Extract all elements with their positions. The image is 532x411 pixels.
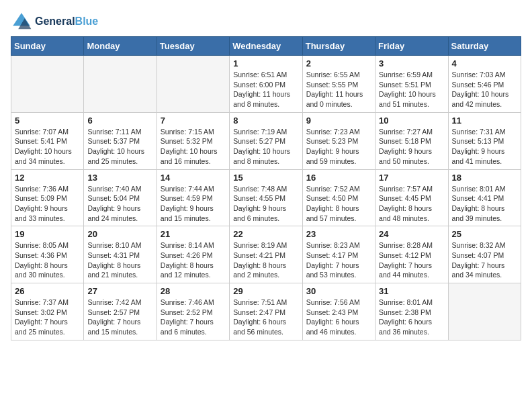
calendar-cell: 10Sunrise: 7:27 AMSunset: 5:18 PMDayligh… [375,112,448,169]
day-number: 15 [233,173,298,183]
day-number: 30 [306,286,371,296]
day-info: Sunrise: 8:28 AMSunset: 4:12 PMDaylight:… [379,240,444,280]
day-info: Sunrise: 8:01 AMSunset: 2:38 PMDaylight:… [379,298,444,337]
day-info: Sunrise: 7:07 AMSunset: 5:41 PMDaylight:… [15,127,80,167]
calendar-cell: 27Sunrise: 7:42 AMSunset: 2:57 PMDayligh… [84,283,157,340]
day-number: 2 [306,58,371,68]
day-info: Sunrise: 7:42 AMSunset: 2:57 PMDaylight:… [87,298,152,337]
calendar-cell: 24Sunrise: 8:28 AMSunset: 4:12 PMDayligh… [375,226,448,283]
calendar: SundayMondayTuesdayWednesdayThursdayFrid… [11,36,521,340]
day-info: Sunrise: 7:03 AMSunset: 5:46 PMDaylight:… [452,70,517,109]
week-row-3: 12Sunrise: 7:36 AMSunset: 5:09 PMDayligh… [11,169,521,226]
day-info: Sunrise: 8:23 AMSunset: 4:17 PMDaylight:… [306,240,371,280]
day-info: Sunrise: 7:36 AMSunset: 5:09 PMDaylight:… [15,184,80,224]
calendar-cell: 26Sunrise: 7:37 AMSunset: 3:02 PMDayligh… [11,283,84,340]
calendar-cell: 1Sunrise: 6:51 AMSunset: 6:00 PMDaylight… [230,56,302,113]
day-info: Sunrise: 8:01 AMSunset: 4:41 PMDaylight:… [452,184,517,224]
calendar-cell [157,56,229,113]
day-number: 31 [379,286,444,296]
day-info: Sunrise: 7:44 AMSunset: 4:59 PMDaylight:… [161,184,226,224]
weekday-header-saturday: Saturday [448,37,521,56]
calendar-cell: 19Sunrise: 8:05 AMSunset: 4:36 PMDayligh… [11,226,84,283]
day-info: Sunrise: 7:11 AMSunset: 5:37 PMDaylight:… [87,127,152,167]
day-info: Sunrise: 7:40 AMSunset: 5:04 PMDaylight:… [87,184,152,224]
day-number: 25 [452,229,517,239]
day-number: 22 [233,229,298,239]
logo-icon [11,11,32,32]
day-number: 17 [379,173,444,183]
day-number: 1 [233,58,298,68]
weekday-header-sunday: Sunday [11,37,84,56]
calendar-cell: 11Sunrise: 7:31 AMSunset: 5:13 PMDayligh… [448,112,521,169]
day-info: Sunrise: 7:23 AMSunset: 5:23 PMDaylight:… [306,127,371,167]
calendar-cell: 22Sunrise: 8:19 AMSunset: 4:21 PMDayligh… [230,226,302,283]
day-info: Sunrise: 8:10 AMSunset: 4:31 PMDaylight:… [87,240,152,280]
day-info: Sunrise: 6:51 AMSunset: 6:00 PMDaylight:… [233,70,298,109]
day-info: Sunrise: 7:52 AMSunset: 4:50 PMDaylight:… [306,184,371,224]
calendar-cell: 20Sunrise: 8:10 AMSunset: 4:31 PMDayligh… [84,226,157,283]
day-info: Sunrise: 7:27 AMSunset: 5:18 PMDaylight:… [379,127,444,167]
day-info: Sunrise: 7:57 AMSunset: 4:45 PMDaylight:… [379,184,444,224]
calendar-cell: 3Sunrise: 6:59 AMSunset: 5:51 PMDaylight… [375,56,448,113]
calendar-cell: 5Sunrise: 7:07 AMSunset: 5:41 PMDaylight… [11,112,84,169]
day-number: 18 [452,173,517,183]
calendar-cell: 30Sunrise: 7:56 AMSunset: 2:43 PMDayligh… [302,283,375,340]
day-number: 19 [15,229,80,239]
day-info: Sunrise: 7:37 AMSunset: 3:02 PMDaylight:… [15,298,80,337]
weekday-header-monday: Monday [84,37,157,56]
day-info: Sunrise: 7:31 AMSunset: 5:13 PMDaylight:… [452,127,517,167]
calendar-cell: 9Sunrise: 7:23 AMSunset: 5:23 PMDaylight… [302,112,375,169]
page-header: GeneralBlue [11,11,521,32]
calendar-cell: 4Sunrise: 7:03 AMSunset: 5:46 PMDaylight… [448,56,521,113]
week-row-5: 26Sunrise: 7:37 AMSunset: 3:02 PMDayligh… [11,283,521,340]
day-number: 16 [306,173,371,183]
day-number: 27 [87,286,152,296]
day-number: 5 [15,116,80,126]
calendar-cell: 18Sunrise: 8:01 AMSunset: 4:41 PMDayligh… [448,169,521,226]
day-number: 14 [161,173,226,183]
calendar-cell: 2Sunrise: 6:55 AMSunset: 5:55 PMDaylight… [302,56,375,113]
calendar-cell: 31Sunrise: 8:01 AMSunset: 2:38 PMDayligh… [375,283,448,340]
calendar-cell: 7Sunrise: 7:15 AMSunset: 5:32 PMDaylight… [157,112,229,169]
calendar-cell: 8Sunrise: 7:19 AMSunset: 5:27 PMDaylight… [230,112,302,169]
calendar-cell: 13Sunrise: 7:40 AMSunset: 5:04 PMDayligh… [84,169,157,226]
day-info: Sunrise: 6:55 AMSunset: 5:55 PMDaylight:… [306,70,371,109]
day-number: 24 [379,229,444,239]
calendar-cell: 29Sunrise: 7:51 AMSunset: 2:47 PMDayligh… [230,283,302,340]
day-number: 28 [161,286,226,296]
day-number: 4 [452,58,517,68]
day-info: Sunrise: 7:19 AMSunset: 5:27 PMDaylight:… [233,127,298,167]
day-info: Sunrise: 8:32 AMSunset: 4:07 PMDaylight:… [452,240,517,280]
day-number: 9 [306,116,371,126]
day-number: 29 [233,286,298,296]
day-number: 26 [15,286,80,296]
day-info: Sunrise: 8:14 AMSunset: 4:26 PMDaylight:… [161,240,226,280]
week-row-1: 1Sunrise: 6:51 AMSunset: 6:00 PMDaylight… [11,56,521,113]
calendar-cell [84,56,157,113]
weekday-header-thursday: Thursday [302,37,375,56]
calendar-cell: 15Sunrise: 7:48 AMSunset: 4:55 PMDayligh… [230,169,302,226]
day-info: Sunrise: 6:59 AMSunset: 5:51 PMDaylight:… [379,70,444,109]
calendar-cell: 17Sunrise: 7:57 AMSunset: 4:45 PMDayligh… [375,169,448,226]
day-number: 6 [87,116,152,126]
calendar-cell: 28Sunrise: 7:46 AMSunset: 2:52 PMDayligh… [157,283,229,340]
calendar-cell: 21Sunrise: 8:14 AMSunset: 4:26 PMDayligh… [157,226,229,283]
calendar-cell: 16Sunrise: 7:52 AMSunset: 4:50 PMDayligh… [302,169,375,226]
day-info: Sunrise: 7:56 AMSunset: 2:43 PMDaylight:… [306,298,371,337]
day-info: Sunrise: 8:19 AMSunset: 4:21 PMDaylight:… [233,240,298,280]
weekday-header-tuesday: Tuesday [157,37,229,56]
calendar-cell: 25Sunrise: 8:32 AMSunset: 4:07 PMDayligh… [448,226,521,283]
day-info: Sunrise: 7:48 AMSunset: 4:55 PMDaylight:… [233,184,298,224]
day-number: 7 [161,116,226,126]
day-number: 3 [379,58,444,68]
day-number: 8 [233,116,298,126]
day-info: Sunrise: 7:46 AMSunset: 2:52 PMDaylight:… [161,298,226,337]
weekday-header-wednesday: Wednesday [230,37,302,56]
day-info: Sunrise: 7:51 AMSunset: 2:47 PMDaylight:… [233,298,298,337]
calendar-cell: 6Sunrise: 7:11 AMSunset: 5:37 PMDaylight… [84,112,157,169]
calendar-cell: 12Sunrise: 7:36 AMSunset: 5:09 PMDayligh… [11,169,84,226]
day-number: 13 [87,173,152,183]
calendar-cell: 23Sunrise: 8:23 AMSunset: 4:17 PMDayligh… [302,226,375,283]
week-row-4: 19Sunrise: 8:05 AMSunset: 4:36 PMDayligh… [11,226,521,283]
logo-text: GeneralBlue [35,15,98,28]
